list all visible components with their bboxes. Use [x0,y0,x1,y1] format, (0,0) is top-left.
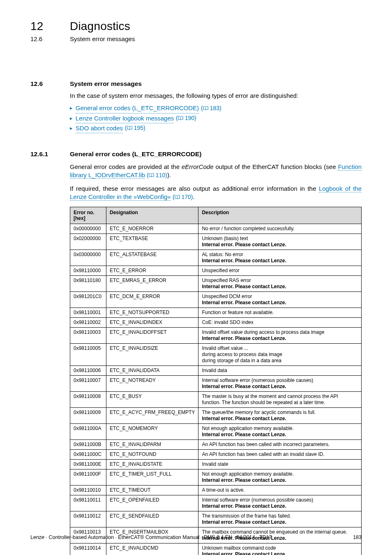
cell-error-no: 0x98110000 [70,266,106,276]
cell-description: CoE: invalid SDO index [198,318,362,328]
cell-error-no: 0x9811000F [70,469,106,486]
cell-description: Internal software error (numerous possib… [198,376,362,392]
table-row: 0x98110005ETC_E_INVALIDSIZEInvalid offse… [70,344,362,366]
cell-error-no: 0x98110006 [70,366,106,376]
italic-term: eErrorCode [182,163,214,170]
cell-error-no: 0x98110010 [70,486,106,495]
cell-description: A time-out is active. [198,486,362,495]
cell-error-no: 0x9811000E [70,460,106,469]
link-general-error-codes[interactable]: General error codes (L_ETC_ERRORCODE) [76,103,199,113]
cell-designation: ETC_E_ACYC_FRM_FREEQ_EMPTY [106,408,198,424]
cell-description: An API function has been called with an … [198,450,362,460]
cell-error-no: 0x98110002 [70,318,106,328]
cell-description: Unknown (basis) textInternal error. Plea… [198,234,362,250]
cell-designation: ETC_EMRAS_E_ERROR [106,276,198,292]
table-row: 0x98110180ETC_EMRAS_E_ERRORUnspecified R… [70,276,362,292]
table-row: 0x98110000ETC_E_ERRORUnspecified error [70,266,362,276]
link-sdo-abort-codes[interactable]: SDO abort codes [76,123,123,133]
cell-error-no: 0x98110007 [70,376,106,392]
cell-error-no: 0x98110001 [70,308,106,318]
cell-error-no: 0x98110012 [70,511,106,527]
bullet-item: ▸ SDO abort codes ( 195) [70,123,362,133]
table-row: 0x00000000ETC_E_NOERRORNo error / functi… [70,224,362,234]
book-icon [203,106,208,111]
page-ref-number: 195 [134,125,143,131]
separator-rule: _ _ _ _ _ _ _ _ _ _ _ _ _ _ _ _ _ _ _ _ … [30,60,362,66]
table-row: 0x98110006ETC_E_INVALIDDATAInvalid data [70,366,362,376]
cell-description: Unspecified DCM errorInternal error. Ple… [198,292,362,308]
cell-description: Invalid data [198,366,362,376]
book-icon [175,195,180,199]
section-title-top: System error messages [70,35,135,42]
cell-error-no: 0x02000000 [70,234,106,250]
cell-designation: ETC_DCM_E_ERROR [106,292,198,308]
th-description: Description [198,207,362,224]
table-row: 0x9811000EETC_E_INVALIDSTATEInvalid stat… [70,460,362,469]
footer-text: Lenze · Controller-based Automation · Et… [30,534,272,540]
section-intro: In the case of system error messages, th… [70,92,362,100]
cell-error-no: 0x981201C0 [70,292,106,308]
cell-designation: ETC_E_TIMER_LIST_FULL [106,469,198,486]
th-designation: Designation [106,207,198,224]
link-logbook-messages[interactable]: Lenze Controller logbook messages [76,113,174,123]
table-row: 0x02000000ETC_TEXTBASEUnknown (basis) te… [70,234,362,250]
cell-designation: ETC_E_TIMEOUT [106,486,198,495]
table-row: 0x98110014ETC_E_INVALIDCMDUnknown mailbo… [70,543,362,555]
bullet-item: ▸ Lenze Controller logbook messages ( 19… [70,113,362,123]
cell-designation: ETC_E_ERROR [106,266,198,276]
subsection-heading: 12.6.1General error codes (L_ETC_ERRORCO… [30,150,362,158]
table-header-row: Error no. [hex] Designation Description [70,207,362,224]
cell-description: Invalid offset value ...during access to… [198,344,362,366]
text-fragment: General error codes are provided at the [70,163,182,170]
error-codes-table: Error no. [hex] Designation Description … [70,207,362,555]
cell-description: Function or feature not available. [198,308,362,318]
table-row: 0x9811000FETC_E_TIMER_LIST_FULLNot enoug… [70,469,362,486]
table-row: 0x9811000AETC_E_NOMEMORYNot enough appli… [70,424,362,440]
cell-error-no: 0x98110011 [70,495,106,511]
table-row: 0x98110009ETC_E_ACYC_FRM_FREEQ_EMPTYThe … [70,408,362,424]
section-number-top: 12.6 [30,35,70,42]
table-row: 0x98110011ETC_E_OPENFAILEDInternal softw… [70,495,362,511]
section-heading: 12.6System error messages [30,80,362,88]
cell-description: Internal software error (numerous possib… [198,495,362,511]
page-footer: Lenze · Controller-based Automation · Et… [30,534,362,540]
cell-designation: ETC_E_INVALIDDATA [106,366,198,376]
page-ref-number: 183 [210,105,219,111]
cell-error-no: 0x98110180 [70,276,106,292]
page-ref-number: 190 [185,115,194,121]
page-ref-number: 110 [156,172,165,178]
page-ref: ( 190) [176,114,196,123]
cell-error-no: 0x9811000A [70,424,106,440]
table-row: 0x98110007ETC_E_NOTREADYInternal softwar… [70,376,362,392]
page-number: 183 [353,534,362,540]
cell-description: The transmission of the frame has failed… [198,511,362,527]
cell-description: An API function has been called with inc… [198,440,362,450]
cell-designation: ETC_E_INVALIDSIZE [106,344,198,366]
page-ref: ( 170) [173,194,193,200]
cell-description: Not enough application memory available.… [198,424,362,440]
cell-designation: ETC_E_NOERROR [106,224,198,234]
subsection-title: General error codes (L_ETC_ERRORCODE) [70,150,201,157]
cell-error-no: 0x9811000B [70,440,106,450]
text-fragment: . [193,193,194,200]
section-number: 12.6 [30,80,70,88]
table-row: 0x98110008ETC_E_BUSYThe master is busy a… [70,392,362,408]
book-icon [149,173,154,178]
arrow-icon: ▸ [70,104,73,112]
cell-error-no: 0x98110003 [70,328,106,344]
chapter-heading: 12Diagnostics [30,20,362,33]
table-row: 0x98110012ETC_E_SENDFAILEDThe transmissi… [70,511,362,527]
chapter-number: 12 [30,20,70,33]
section-heading-top: 12.6System error messages [30,35,362,42]
cell-designation: ETC_TEXTBASE [106,234,198,250]
cell-error-no: 0x9811000C [70,450,106,460]
cell-description: Invalid offset value during access to pr… [198,328,362,344]
table-row: 0x981201C0ETC_DCM_E_ERRORUnspecified DCM… [70,292,362,308]
cell-error-no: 0x98110008 [70,392,106,408]
subsection-number: 12.6.1 [30,150,70,158]
text-fragment: If required, these error messages are al… [70,185,319,192]
text-fragment: output of the EtherCAT function blocks (… [213,163,338,170]
cell-error-no: 0x03000000 [70,250,106,266]
cell-error-no: 0x98110009 [70,408,106,424]
cell-description: Unknown mailbox command codeInternal err… [198,543,362,555]
